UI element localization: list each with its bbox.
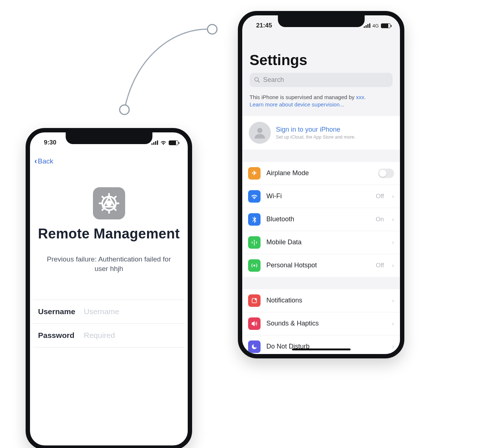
page-title: Remote Management <box>33 226 185 242</box>
row-bluetooth[interactable]: Bluetooth On › <box>242 208 400 231</box>
settings-title: Settings <box>242 31 400 68</box>
row-sounds[interactable]: Sounds & Haptics › <box>242 312 400 335</box>
password-label: Password <box>38 331 84 340</box>
status-time: 9:30 <box>44 139 56 146</box>
status-icons: 4G <box>364 23 390 29</box>
svg-point-9 <box>255 298 257 300</box>
wifi-icon <box>160 140 166 146</box>
signal-icon <box>151 140 158 145</box>
svg-point-0 <box>120 105 129 114</box>
chevron-right-icon: › <box>392 193 394 200</box>
supervision-learn-link[interactable]: Learn more about device supervision... <box>250 101 344 108</box>
svg-point-3 <box>107 201 111 205</box>
battery-icon <box>381 23 390 28</box>
row-hotspot[interactable]: Personal Hotspot Off › <box>242 254 400 277</box>
row-mobiledata[interactable]: Mobile Data › <box>242 231 400 254</box>
phone-settings: 21:45 4G Settings Search This iPhone is … <box>238 11 404 358</box>
svg-point-7 <box>254 264 255 266</box>
username-row[interactable]: Username <box>33 300 185 323</box>
status-icons <box>151 140 178 146</box>
home-indicator[interactable] <box>292 349 351 350</box>
wifi-icon <box>248 190 261 203</box>
svg-point-6 <box>257 128 262 133</box>
bluetooth-icon <box>248 213 261 226</box>
row-notifications[interactable]: Notifications › <box>242 289 400 312</box>
sign-in-subtitle: Set up iCloud, the App Store and more. <box>276 135 356 140</box>
password-input[interactable] <box>84 331 180 340</box>
sounds-icon <box>248 317 261 330</box>
sign-in-title: Sign in to your iPhone <box>276 126 356 133</box>
supervision-note: This iPhone is supervised and managed by… <box>242 92 400 109</box>
username-label: Username <box>38 307 84 316</box>
chevron-right-icon: › <box>392 343 394 350</box>
chevron-right-icon: › <box>392 297 394 304</box>
search-icon <box>254 77 260 83</box>
chevron-right-icon: › <box>392 239 394 246</box>
status-time: 21:45 <box>256 22 272 29</box>
antenna-icon <box>248 236 261 249</box>
back-button[interactable]: ‹ Back <box>34 157 53 166</box>
device-notch <box>278 15 364 27</box>
svg-point-1 <box>207 25 217 34</box>
gear-icon <box>93 187 125 219</box>
search-input[interactable]: Search <box>250 73 393 87</box>
row-airplane[interactable]: ✈ Airplane Mode <box>242 162 400 185</box>
flow-connector <box>113 20 227 123</box>
sign-in-row[interactable]: Sign in to your iPhone Set up iCloud, th… <box>242 116 400 150</box>
device-notch <box>66 132 152 144</box>
phone-remote-management: 9:30 ‹ Back Remote Management Previou <box>26 128 192 448</box>
chevron-right-icon: › <box>392 262 394 269</box>
hotspot-icon <box>248 259 261 272</box>
chevron-right-icon: › <box>392 216 394 223</box>
network-label: 4G <box>373 23 379 29</box>
avatar-icon <box>249 122 271 144</box>
supervision-org-link[interactable]: xxx. <box>356 94 366 100</box>
airplane-switch[interactable] <box>378 169 394 178</box>
notifications-icon <box>248 294 261 307</box>
row-dnd[interactable]: Do Not Disturb › <box>242 335 400 358</box>
moon-icon <box>248 340 261 353</box>
password-row[interactable]: Password <box>33 323 185 347</box>
chevron-right-icon: › <box>392 320 394 327</box>
svg-line-5 <box>258 81 259 82</box>
username-input[interactable] <box>84 307 180 316</box>
chevron-left-icon: ‹ <box>34 157 37 166</box>
row-screentime[interactable]: Screen Time › <box>242 358 400 359</box>
battery-icon <box>169 140 178 145</box>
search-placeholder: Search <box>263 76 284 84</box>
error-message: Previous failure: Authentication failed … <box>40 255 178 274</box>
row-wifi[interactable]: Wi-Fi Off › <box>242 185 400 208</box>
signal-icon <box>364 23 370 28</box>
airplane-icon: ✈ <box>248 167 261 180</box>
back-label: Back <box>38 157 53 165</box>
